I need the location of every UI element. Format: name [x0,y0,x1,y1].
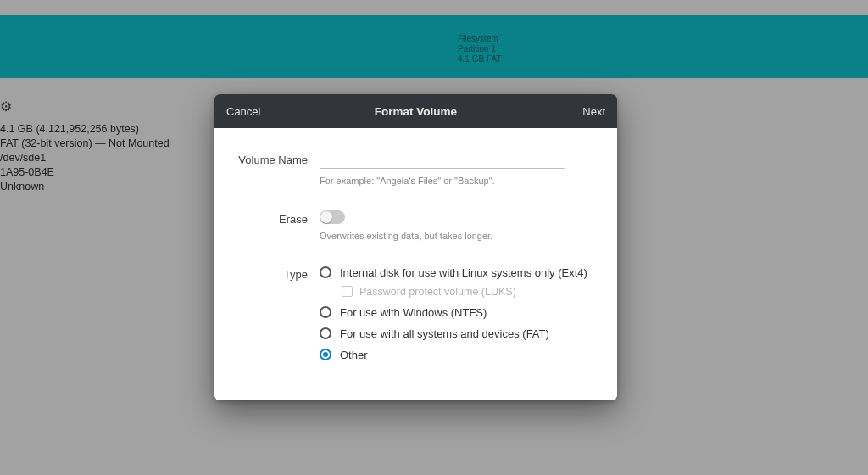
luks-checkbox-row: Password protect volume (LUKS) [342,286,593,298]
radio-icon [320,327,331,339]
type-option-ext4[interactable]: Internal disk for use with Linux systems… [320,266,593,279]
type-option-fat[interactable]: For use with all systems and devices (FA… [320,327,593,340]
cancel-button[interactable]: Cancel [226,105,260,118]
volume-name-hint: For example: "Angela's Files" or "Backup… [320,176,593,186]
dialog-headerbar: Cancel Format Volume Next [214,94,617,128]
row-erase: Erase Overwrites existing data, but take… [238,210,593,261]
type-option-label: For use with all systems and devices (FA… [340,327,549,340]
format-volume-dialog: Cancel Format Volume Next Volume Name Fo… [214,94,617,400]
type-label: Type [238,265,320,281]
volume-name-input[interactable] [320,150,565,169]
erase-label: Erase [238,210,320,226]
row-volume-name: Volume Name For example: "Angela's Files… [238,150,593,206]
radio-icon [320,349,331,360]
radio-icon [320,266,331,278]
radio-icon [320,306,331,318]
erase-toggle[interactable] [320,210,345,224]
toggle-knob [320,211,332,223]
dialog-title: Format Volume [214,105,617,118]
type-option-label: Other [340,349,368,361]
type-option-ntfs[interactable]: For use with Windows (NTFS) [320,306,593,319]
modal-overlay: Cancel Format Volume Next Volume Name Fo… [0,0,868,475]
type-option-label: Internal disk for use with Linux systems… [340,266,587,279]
dialog-body: Volume Name For example: "Angela's Files… [214,128,617,400]
type-option-label: For use with Windows (NTFS) [340,306,487,319]
row-type: Type Internal disk for use with Linux sy… [238,265,593,370]
checkbox-icon [342,286,353,297]
luks-label: Password protect volume (LUKS) [359,286,516,298]
next-button[interactable]: Next [582,105,605,118]
type-option-other[interactable]: Other [320,349,593,361]
erase-hint: Overwrites existing data, but takes long… [320,231,593,241]
volume-name-label: Volume Name [238,150,320,166]
